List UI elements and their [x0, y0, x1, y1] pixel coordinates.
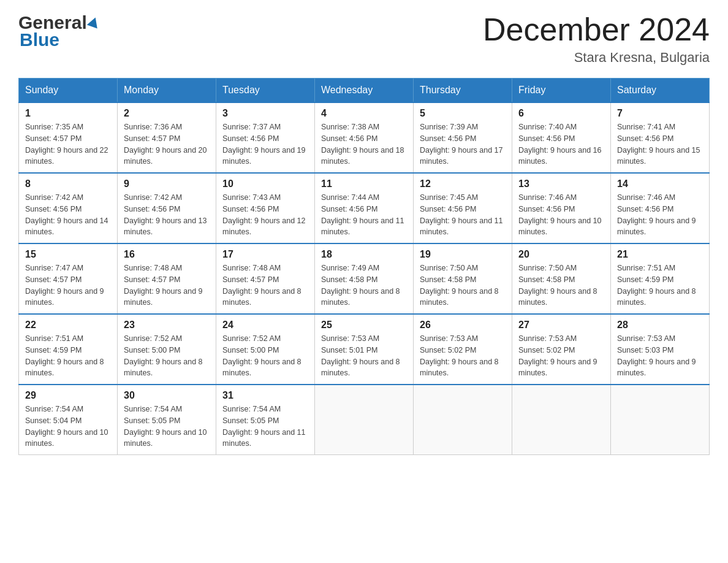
day-info: Sunrise: 7:46 AMSunset: 4:56 PMDaylight:…	[518, 193, 602, 236]
day-info: Sunrise: 7:48 AMSunset: 4:57 PMDaylight:…	[222, 264, 301, 307]
day-number: 31	[222, 390, 308, 401]
day-number: 24	[222, 320, 308, 331]
calendar-header-sunday: Sunday	[19, 79, 118, 103]
calendar-week-2: 8 Sunrise: 7:42 AMSunset: 4:56 PMDayligh…	[19, 173, 710, 243]
day-info: Sunrise: 7:35 AMSunset: 4:57 PMDaylight:…	[25, 123, 108, 166]
calendar-cell: 11 Sunrise: 7:44 AMSunset: 4:56 PMDaylig…	[315, 173, 414, 243]
day-info: Sunrise: 7:51 AMSunset: 4:59 PMDaylight:…	[617, 264, 696, 307]
day-number: 1	[25, 108, 111, 119]
day-number: 5	[420, 108, 506, 119]
calendar-cell: 16 Sunrise: 7:48 AMSunset: 4:57 PMDaylig…	[118, 243, 216, 314]
day-info: Sunrise: 7:37 AMSunset: 4:56 PMDaylight:…	[222, 123, 306, 166]
day-info: Sunrise: 7:43 AMSunset: 4:56 PMDaylight:…	[222, 193, 306, 236]
calendar-cell: 31 Sunrise: 7:54 AMSunset: 5:05 PMDaylig…	[216, 385, 315, 455]
title-block: December 2024 Stara Kresna, Bulgaria	[483, 12, 710, 66]
day-info: Sunrise: 7:39 AMSunset: 4:56 PMDaylight:…	[420, 123, 503, 166]
day-info: Sunrise: 7:36 AMSunset: 4:57 PMDaylight:…	[124, 123, 207, 166]
day-number: 21	[617, 249, 703, 260]
day-info: Sunrise: 7:53 AMSunset: 5:03 PMDaylight:…	[617, 334, 696, 377]
calendar-cell: 26 Sunrise: 7:53 AMSunset: 5:02 PMDaylig…	[414, 314, 512, 385]
day-number: 25	[321, 320, 407, 331]
day-info: Sunrise: 7:52 AMSunset: 5:00 PMDaylight:…	[124, 334, 203, 377]
calendar-cell: 6 Sunrise: 7:40 AMSunset: 4:56 PMDayligh…	[512, 102, 611, 173]
day-number: 7	[617, 108, 703, 119]
day-info: Sunrise: 7:49 AMSunset: 4:58 PMDaylight:…	[321, 264, 400, 307]
day-number: 27	[518, 320, 604, 331]
main-title: December 2024	[483, 12, 710, 47]
calendar-cell: 3 Sunrise: 7:37 AMSunset: 4:56 PMDayligh…	[216, 102, 315, 173]
subtitle: Stara Kresna, Bulgaria	[483, 50, 710, 66]
calendar-week-4: 22 Sunrise: 7:51 AMSunset: 4:59 PMDaylig…	[19, 314, 710, 385]
calendar-cell: 10 Sunrise: 7:43 AMSunset: 4:56 PMDaylig…	[216, 173, 315, 243]
day-number: 29	[25, 390, 111, 401]
logo-triangle-icon	[87, 15, 100, 28]
calendar-header-monday: Monday	[118, 79, 216, 103]
day-info: Sunrise: 7:53 AMSunset: 5:02 PMDaylight:…	[420, 334, 499, 377]
day-info: Sunrise: 7:46 AMSunset: 4:56 PMDaylight:…	[617, 193, 696, 236]
calendar-header-row: SundayMondayTuesdayWednesdayThursdayFrid…	[19, 79, 710, 103]
day-info: Sunrise: 7:41 AMSunset: 4:56 PMDaylight:…	[617, 123, 700, 166]
day-number: 23	[124, 320, 210, 331]
calendar-header-tuesday: Tuesday	[216, 79, 315, 103]
day-number: 9	[124, 178, 210, 190]
day-info: Sunrise: 7:53 AMSunset: 5:02 PMDaylight:…	[518, 334, 597, 377]
calendar-cell: 23 Sunrise: 7:52 AMSunset: 5:00 PMDaylig…	[118, 314, 216, 385]
day-number: 8	[25, 178, 111, 190]
calendar-cell: 27 Sunrise: 7:53 AMSunset: 5:02 PMDaylig…	[512, 314, 611, 385]
calendar-cell: 13 Sunrise: 7:46 AMSunset: 4:56 PMDaylig…	[512, 173, 611, 243]
day-info: Sunrise: 7:54 AMSunset: 5:05 PMDaylight:…	[124, 405, 207, 448]
day-number: 4	[321, 108, 407, 119]
day-number: 14	[617, 178, 703, 190]
calendar-week-5: 29 Sunrise: 7:54 AMSunset: 5:04 PMDaylig…	[19, 385, 710, 455]
calendar-cell	[414, 385, 512, 455]
calendar-cell: 2 Sunrise: 7:36 AMSunset: 4:57 PMDayligh…	[118, 102, 216, 173]
calendar-cell: 21 Sunrise: 7:51 AMSunset: 4:59 PMDaylig…	[611, 243, 710, 314]
calendar-cell: 18 Sunrise: 7:49 AMSunset: 4:58 PMDaylig…	[315, 243, 414, 314]
day-number: 30	[124, 390, 210, 401]
day-number: 20	[518, 249, 604, 260]
day-number: 19	[420, 249, 506, 260]
calendar-cell: 29 Sunrise: 7:54 AMSunset: 5:04 PMDaylig…	[19, 385, 118, 455]
calendar-header-saturday: Saturday	[611, 79, 710, 103]
day-info: Sunrise: 7:51 AMSunset: 4:59 PMDaylight:…	[25, 334, 104, 377]
calendar-header-wednesday: Wednesday	[315, 79, 414, 103]
day-info: Sunrise: 7:44 AMSunset: 4:56 PMDaylight:…	[321, 193, 404, 236]
day-number: 3	[222, 108, 308, 119]
calendar-cell: 8 Sunrise: 7:42 AMSunset: 4:56 PMDayligh…	[19, 173, 118, 243]
calendar-cell: 24 Sunrise: 7:52 AMSunset: 5:00 PMDaylig…	[216, 314, 315, 385]
day-info: Sunrise: 7:50 AMSunset: 4:58 PMDaylight:…	[518, 264, 597, 307]
calendar-cell	[611, 385, 710, 455]
day-number: 11	[321, 178, 407, 190]
calendar-table: SundayMondayTuesdayWednesdayThursdayFrid…	[18, 78, 710, 455]
calendar-cell: 30 Sunrise: 7:54 AMSunset: 5:05 PMDaylig…	[118, 385, 216, 455]
day-number: 10	[222, 178, 308, 190]
calendar-cell: 19 Sunrise: 7:50 AMSunset: 4:58 PMDaylig…	[414, 243, 512, 314]
calendar-cell: 4 Sunrise: 7:38 AMSunset: 4:56 PMDayligh…	[315, 102, 414, 173]
calendar-cell: 7 Sunrise: 7:41 AMSunset: 4:56 PMDayligh…	[611, 102, 710, 173]
calendar-week-3: 15 Sunrise: 7:47 AMSunset: 4:57 PMDaylig…	[19, 243, 710, 314]
calendar-cell: 9 Sunrise: 7:42 AMSunset: 4:56 PMDayligh…	[118, 173, 216, 243]
calendar-cell	[315, 385, 414, 455]
day-number: 13	[518, 178, 604, 190]
day-number: 22	[25, 320, 111, 331]
day-info: Sunrise: 7:50 AMSunset: 4:58 PMDaylight:…	[420, 264, 499, 307]
logo: General Blue	[18, 12, 99, 50]
day-number: 2	[124, 108, 210, 119]
page-header: General Blue December 2024 Stara Kresna,…	[18, 12, 710, 66]
day-info: Sunrise: 7:47 AMSunset: 4:57 PMDaylight:…	[25, 264, 104, 307]
day-number: 18	[321, 249, 407, 260]
day-info: Sunrise: 7:52 AMSunset: 5:00 PMDaylight:…	[222, 334, 301, 377]
day-info: Sunrise: 7:40 AMSunset: 4:56 PMDaylight:…	[518, 123, 602, 166]
logo-blue-text: Blue	[20, 29, 99, 50]
day-info: Sunrise: 7:42 AMSunset: 4:56 PMDaylight:…	[25, 193, 108, 236]
day-number: 26	[420, 320, 506, 331]
calendar-cell: 14 Sunrise: 7:46 AMSunset: 4:56 PMDaylig…	[611, 173, 710, 243]
calendar-cell: 28 Sunrise: 7:53 AMSunset: 5:03 PMDaylig…	[611, 314, 710, 385]
day-number: 15	[25, 249, 111, 260]
day-number: 6	[518, 108, 604, 119]
day-info: Sunrise: 7:54 AMSunset: 5:05 PMDaylight:…	[222, 405, 306, 448]
calendar-cell: 25 Sunrise: 7:53 AMSunset: 5:01 PMDaylig…	[315, 314, 414, 385]
day-info: Sunrise: 7:48 AMSunset: 4:57 PMDaylight:…	[124, 264, 203, 307]
day-info: Sunrise: 7:54 AMSunset: 5:04 PMDaylight:…	[25, 405, 108, 448]
calendar-cell: 12 Sunrise: 7:45 AMSunset: 4:56 PMDaylig…	[414, 173, 512, 243]
